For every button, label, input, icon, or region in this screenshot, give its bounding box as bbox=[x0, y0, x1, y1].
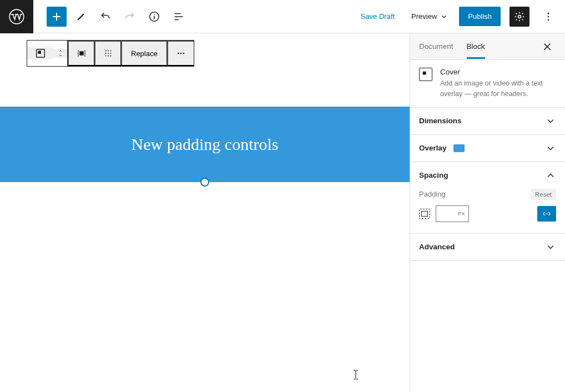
svg-point-5 bbox=[548, 16, 549, 17]
panel-dimensions: Dimensions bbox=[410, 108, 565, 135]
editor-topbar: Save Draft Preview Publish bbox=[0, 0, 565, 33]
svg-point-6 bbox=[548, 19, 549, 21]
panel-advanced-label: Advanced bbox=[419, 243, 455, 251]
chevron-up-icon bbox=[545, 170, 556, 181]
panel-spacing: Spacing Padding Reset PX bbox=[410, 162, 565, 234]
close-sidebar-button[interactable] bbox=[538, 38, 556, 56]
tab-block[interactable]: Block bbox=[467, 34, 485, 58]
svg-rect-22 bbox=[423, 72, 426, 75]
svg-point-17 bbox=[108, 56, 109, 57]
content-position-button[interactable] bbox=[94, 41, 121, 66]
panel-overlay-header[interactable]: Overlay bbox=[410, 135, 565, 162]
svg-point-13 bbox=[105, 53, 106, 54]
editor-canvas[interactable]: Replace New padding controls bbox=[0, 33, 410, 392]
chevron-down-icon bbox=[440, 13, 448, 21]
add-block-button[interactable] bbox=[47, 7, 67, 27]
undo-button[interactable] bbox=[95, 7, 115, 27]
edit-mode-button[interactable] bbox=[71, 7, 91, 27]
block-name: Cover bbox=[440, 68, 556, 76]
svg-point-2 bbox=[154, 14, 155, 15]
svg-point-3 bbox=[518, 15, 521, 18]
block-header: Cover Add an image or video with a text … bbox=[410, 60, 565, 108]
kebab-icon bbox=[543, 11, 554, 22]
info-icon bbox=[148, 11, 160, 23]
wp-logo-icon[interactable] bbox=[0, 0, 33, 33]
svg-point-14 bbox=[108, 53, 109, 54]
panel-overlay: Overlay bbox=[410, 135, 565, 162]
svg-point-20 bbox=[180, 53, 181, 54]
resize-handle[interactable] bbox=[200, 178, 209, 187]
panel-spacing-label: Spacing bbox=[419, 171, 448, 179]
block-header-text: Cover Add an image or video with a text … bbox=[440, 68, 556, 99]
padding-row: Padding Reset bbox=[419, 189, 556, 200]
link-icon bbox=[542, 210, 552, 218]
chevron-up-icon bbox=[57, 49, 64, 53]
panel-advanced-header[interactable]: Advanced bbox=[410, 234, 565, 260]
block-toolbar: Replace bbox=[27, 40, 194, 67]
topbar-right-tools: Save Draft Preview Publish bbox=[355, 7, 565, 27]
settings-sidebar: Document Block Cover Add an image or vid… bbox=[410, 33, 565, 392]
save-draft-button[interactable]: Save Draft bbox=[355, 8, 400, 25]
panel-spacing-body: Padding Reset PX bbox=[410, 189, 565, 233]
settings-button[interactable] bbox=[509, 7, 529, 27]
svg-point-4 bbox=[548, 12, 549, 14]
align-icon bbox=[77, 48, 87, 58]
preview-button[interactable]: Preview bbox=[409, 8, 450, 25]
plus-icon bbox=[50, 10, 63, 23]
publish-button[interactable]: Publish bbox=[459, 7, 501, 26]
block-description: Add an image or video with a text overla… bbox=[440, 78, 556, 99]
svg-point-21 bbox=[183, 53, 184, 54]
chevron-down-icon bbox=[545, 242, 556, 253]
info-button[interactable] bbox=[144, 7, 164, 27]
svg-point-12 bbox=[110, 51, 111, 52]
redo-icon bbox=[124, 11, 135, 22]
block-type-button[interactable] bbox=[27, 47, 54, 59]
panel-spacing-header[interactable]: Spacing bbox=[410, 162, 565, 189]
overlay-color-swatch bbox=[453, 144, 465, 152]
topbar-left-tools bbox=[33, 7, 189, 27]
undo-icon bbox=[100, 11, 111, 22]
svg-point-19 bbox=[177, 53, 179, 54]
redo-button[interactable] bbox=[120, 7, 140, 27]
panel-dimensions-header[interactable]: Dimensions bbox=[410, 108, 565, 134]
panel-advanced: Advanced bbox=[410, 234, 565, 261]
svg-point-16 bbox=[105, 56, 106, 57]
padding-input[interactable] bbox=[440, 210, 458, 218]
tab-document[interactable]: Document bbox=[419, 34, 453, 58]
preview-label: Preview bbox=[411, 12, 437, 21]
svg-rect-9 bbox=[79, 51, 84, 56]
svg-point-18 bbox=[110, 56, 111, 57]
block-more-button[interactable] bbox=[167, 41, 194, 66]
svg-rect-8 bbox=[38, 51, 41, 54]
svg-point-0 bbox=[9, 9, 24, 24]
sidebar-tabs: Document Block bbox=[410, 33, 565, 60]
padding-unit: PX bbox=[458, 211, 465, 217]
cover-block-icon bbox=[419, 68, 432, 81]
panel-overlay-label: Overlay bbox=[419, 144, 447, 152]
list-icon bbox=[173, 11, 185, 23]
replace-button[interactable]: Replace bbox=[121, 41, 167, 66]
cover-title-text[interactable]: New padding controls bbox=[132, 135, 279, 154]
svg-point-15 bbox=[110, 53, 111, 54]
chevron-down-icon bbox=[57, 53, 64, 58]
block-mover[interactable] bbox=[54, 49, 67, 58]
ellipsis-icon bbox=[175, 48, 186, 59]
chevron-down-icon bbox=[545, 143, 556, 154]
gear-icon bbox=[514, 11, 525, 22]
padding-controls: PX bbox=[419, 205, 556, 222]
svg-point-10 bbox=[105, 51, 106, 52]
box-sides-icon[interactable] bbox=[419, 209, 430, 219]
padding-input-wrapper: PX bbox=[436, 205, 469, 222]
close-icon bbox=[541, 41, 553, 53]
reset-button[interactable]: Reset bbox=[531, 189, 556, 200]
pencil-icon bbox=[75, 11, 87, 22]
link-sides-button[interactable] bbox=[537, 206, 556, 222]
panel-dimensions-label: Dimensions bbox=[419, 117, 462, 125]
alignment-button[interactable] bbox=[68, 41, 94, 66]
editor-body: Replace New padding controls Document Bl… bbox=[0, 33, 565, 392]
outline-button[interactable] bbox=[169, 7, 189, 27]
grid-dots-icon bbox=[103, 48, 113, 58]
cover-block[interactable]: New padding controls bbox=[0, 107, 410, 182]
more-button[interactable] bbox=[538, 7, 558, 27]
padding-label: Padding bbox=[419, 190, 446, 198]
